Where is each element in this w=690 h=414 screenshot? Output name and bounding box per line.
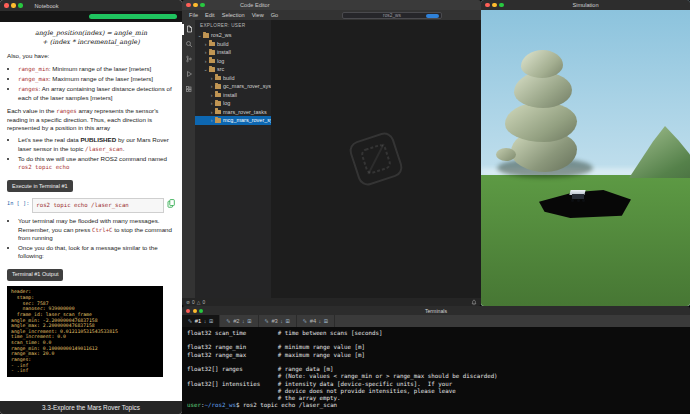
rename-icon[interactable]: ✎ [303, 318, 307, 324]
close-button[interactable] [485, 3, 490, 8]
terminal-output[interactable]: float32 scan_time # time between scans [… [182, 327, 690, 414]
folder-icon [209, 42, 215, 47]
zoom-button[interactable] [499, 3, 504, 8]
code-cell-input[interactable]: ros2 topic echo /laser_scan [32, 198, 164, 213]
tree-item-install[interactable]: ›install [195, 48, 271, 57]
tree-item-ros2_ws[interactable]: ⌄ros2_ws [195, 31, 271, 40]
activity-bar [182, 20, 195, 298]
split-grid-icon[interactable]: ⊞ [285, 318, 289, 324]
list-item: Your terminal may be flooded with many m… [18, 217, 175, 242]
rename-icon[interactable]: ✎ [188, 318, 192, 324]
extensions-icon[interactable] [182, 85, 195, 93]
tree-item-log[interactable]: ›log [195, 99, 271, 108]
folder-icon [215, 84, 221, 89]
rover-wheel [582, 199, 585, 202]
explorer-icon[interactable] [182, 25, 195, 33]
simulation-viewport[interactable] [481, 10, 690, 306]
folder-icon [209, 50, 215, 55]
folder-icon [209, 67, 215, 72]
tree-item-src[interactable]: ⌄src [195, 65, 271, 74]
close-button[interactable] [186, 3, 191, 8]
minimize-button[interactable] [11, 3, 16, 8]
command-center-label: ros2_ws [383, 13, 401, 18]
terminals-titlebar[interactable]: Terminals [182, 306, 690, 315]
minimize-button[interactable] [492, 3, 497, 8]
warnings-icon[interactable]: △ [197, 300, 201, 305]
split-grid-icon[interactable]: ⊞ [324, 318, 328, 324]
download-icon[interactable]: ↓ [280, 318, 283, 324]
list-item: To do this we will use another ROS2 comm… [18, 155, 175, 172]
progress-bar [89, 14, 177, 19]
zoom-button[interactable] [199, 309, 203, 313]
chevron-right-icon: › [203, 41, 208, 47]
editor-pane[interactable] [271, 20, 481, 298]
tree-item-gc_mars_rover_systems[interactable]: ›gc_mars_rover_systems [195, 82, 271, 91]
copy-icon[interactable] [167, 199, 175, 210]
split-grid-icon[interactable]: ⊞ [247, 318, 251, 324]
tree-item-install[interactable]: ›install [195, 91, 271, 100]
notebook-titlebar[interactable]: Notebook [0, 0, 182, 11]
execute-terminal-button[interactable]: Execute in Terminal #1 [7, 180, 73, 192]
window-controls [485, 3, 504, 8]
tree-item-build[interactable]: ›build [195, 74, 271, 83]
zoom-button[interactable] [200, 3, 205, 8]
download-icon[interactable]: ↓ [204, 318, 207, 324]
notebook-toolbar [0, 11, 182, 22]
shell-prompt-line: user:~/ros2_ws$ ros2 topic echo /laser_s… [187, 402, 685, 409]
minimize-button[interactable] [193, 309, 197, 313]
tree-item-mcg_mars_rover_systems[interactable]: ›mcg_mars_rover_systems [195, 116, 271, 125]
menu-selection[interactable]: Selection [222, 12, 245, 18]
primary-action-pill[interactable] [426, 14, 439, 19]
source-control-icon[interactable] [182, 55, 195, 63]
tree-item-build[interactable]: ›build [195, 40, 271, 49]
code-editor-window: Code Editor File Edit Selection View Go … [182, 0, 481, 306]
tree-item-mars_rover_tasks[interactable]: ›mars_rover_tasks [195, 108, 271, 117]
errors-count: 0 [192, 300, 195, 305]
folder-icon [203, 33, 209, 38]
terminal-tab-3[interactable]: ✎ #3 ↓ ⊞ [259, 315, 297, 327]
menu-edit[interactable]: Edit [205, 12, 215, 18]
bullet-list: range_min: Minimum range of the laser [m… [7, 65, 175, 102]
errors-icon[interactable]: ⊘ [186, 300, 190, 305]
cell-prompt: In [ ]: [7, 198, 29, 207]
split-grid-icon[interactable]: ⊞ [209, 318, 213, 324]
notebook-window: Notebook angle_position(index) = angle_m… [0, 0, 182, 414]
rename-icon[interactable]: ✎ [265, 318, 269, 324]
simulation-titlebar[interactable]: Simulation [481, 0, 690, 10]
terminal-tab-4[interactable]: ✎ #4 ↓ ⊞ [297, 315, 335, 327]
code-cell: In [ ]: ros2 topic echo /laser_scan [7, 198, 175, 213]
rock-boulder [521, 50, 563, 78]
editor-titlebar[interactable]: Code Editor [182, 0, 481, 10]
command-center[interactable]: ros2_ws [342, 12, 442, 19]
paragraph: Also, you have: [7, 52, 175, 60]
tree-item-log[interactable]: ›log [195, 57, 271, 66]
menu-go[interactable]: Go [271, 12, 278, 18]
bullet-list: Let's see the real data PUBLISHED by our… [7, 136, 175, 172]
zoom-button[interactable] [18, 3, 23, 8]
menu-file[interactable]: File [189, 12, 198, 18]
tab-label: #3 [271, 318, 277, 324]
mars-rover [569, 190, 587, 203]
window-title: Code Editor [240, 2, 270, 8]
minimize-button[interactable] [193, 3, 198, 8]
search-icon[interactable] [182, 40, 195, 48]
menu-view[interactable]: View [252, 12, 264, 18]
terminal-tab-1[interactable]: ✎ #1 ↓ ⊞ [182, 315, 220, 327]
download-icon[interactable]: ↓ [319, 318, 322, 324]
download-icon[interactable]: ↓ [242, 318, 245, 324]
explorer-header: EXPLORER: USER [195, 20, 271, 31]
window-title: Simulation [481, 2, 690, 8]
list-item: Let's see the real data PUBLISHED by our… [18, 136, 175, 153]
terminal-tab-2[interactable]: ✎ #2 ↓ ⊞ [220, 315, 258, 327]
run-debug-icon[interactable] [182, 70, 195, 78]
close-button[interactable] [4, 3, 9, 8]
tab-label: #4 [310, 318, 316, 324]
terminal-output-button[interactable]: Terminal #1 Output [7, 269, 63, 281]
folder-icon [215, 118, 221, 123]
formula: angle_position(index) = angle_min + (ind… [7, 29, 175, 46]
close-button[interactable] [186, 309, 190, 313]
folder-icon [215, 93, 221, 98]
folder-icon [215, 101, 221, 106]
bell-icon[interactable] [471, 299, 477, 306]
rename-icon[interactable]: ✎ [226, 318, 230, 324]
